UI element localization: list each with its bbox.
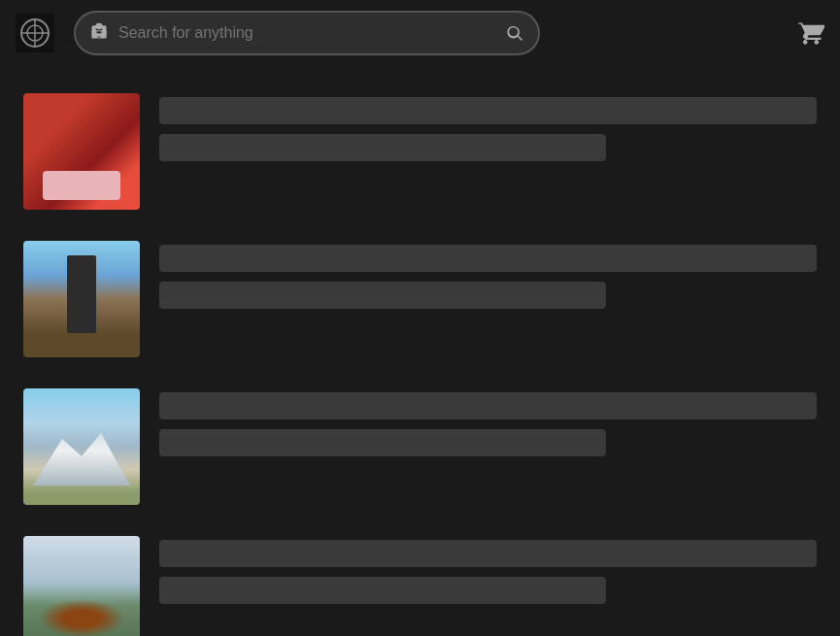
result-thumbnail[interactable]: [23, 536, 140, 636]
result-subtitle-skeleton: [159, 429, 606, 456]
result-item: [0, 82, 840, 221]
result-item: [0, 229, 840, 369]
result-subtitle-skeleton: [159, 134, 606, 161]
result-subtitle-skeleton: [159, 577, 606, 604]
search-input[interactable]: [118, 24, 495, 42]
camera-icon: [89, 21, 109, 45]
result-image: [23, 241, 140, 357]
result-title-skeleton: [159, 540, 817, 567]
search-bar[interactable]: [74, 11, 540, 55]
cart-button[interactable]: [797, 19, 824, 47]
result-thumbnail[interactable]: [23, 93, 140, 210]
result-info: [159, 93, 817, 161]
result-thumbnail[interactable]: [23, 241, 140, 357]
result-title-skeleton: [159, 97, 817, 124]
result-image: [23, 388, 140, 505]
header: [0, 0, 840, 66]
search-button[interactable]: [505, 23, 524, 43]
result-image: [23, 93, 140, 210]
result-image: [23, 536, 140, 636]
search-results: [0, 66, 840, 636]
result-info: [159, 388, 817, 456]
result-info: [159, 536, 817, 604]
logo: [16, 14, 54, 52]
result-thumbnail[interactable]: [23, 388, 140, 505]
result-info: [159, 241, 817, 309]
result-title-skeleton: [159, 245, 817, 272]
result-title-skeleton: [159, 392, 817, 419]
result-subtitle-skeleton: [159, 282, 606, 309]
result-item: [0, 377, 840, 517]
result-item: [0, 524, 840, 636]
